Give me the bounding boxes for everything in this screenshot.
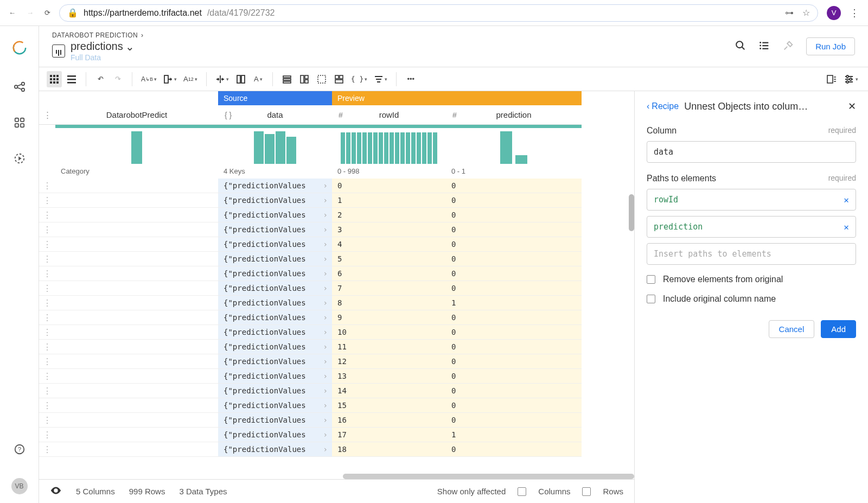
- cell-rowid[interactable]: 13: [332, 369, 446, 384]
- row-gutter[interactable]: ⋮: [39, 442, 55, 457]
- cell-rowid[interactable]: 6: [332, 266, 446, 281]
- cancel-button[interactable]: Cancel: [769, 320, 815, 338]
- cell-rowid[interactable]: 2: [332, 208, 446, 222]
- row-gutter[interactable]: ⋮: [39, 369, 55, 384]
- row-gutter[interactable]: ⋮: [39, 428, 55, 442]
- cell-prediction[interactable]: 0: [446, 179, 582, 193]
- group2-button[interactable]: [297, 71, 312, 87]
- back-icon[interactable]: ←: [9, 9, 16, 17]
- cell-data[interactable]: {"predictionValues›: [218, 413, 332, 428]
- row-gutter[interactable]: ⋮: [39, 208, 55, 222]
- redo-button[interactable]: ↷: [110, 71, 125, 87]
- vertical-scrollbar[interactable]: [629, 194, 634, 231]
- cell-rowid[interactable]: 4: [332, 237, 446, 252]
- cell-rowid[interactable]: 3: [332, 222, 446, 237]
- col-header-data[interactable]: { }data: [218, 105, 332, 125]
- group4-button[interactable]: [331, 71, 347, 87]
- path-tag-prediction[interactable]: prediction✕: [647, 216, 856, 238]
- cell-datarobotpredict[interactable]: [55, 325, 218, 340]
- table-row[interactable]: ⋮{"predictionValues›50: [39, 252, 634, 266]
- cell-datarobotpredict[interactable]: [55, 208, 218, 222]
- col-header-datarobotpredict[interactable]: DatarobotPredict: [55, 105, 218, 125]
- row-gutter[interactable]: ⋮: [39, 193, 55, 208]
- extract-button[interactable]: [233, 71, 248, 87]
- cell-rowid[interactable]: 0: [332, 179, 446, 193]
- include-original-checkbox[interactable]: [647, 295, 655, 303]
- path-tag-rowid[interactable]: rowId✕: [647, 189, 856, 211]
- table-row[interactable]: ⋮{"predictionValues›130: [39, 369, 634, 384]
- cell-prediction[interactable]: 0: [446, 369, 582, 384]
- row-gutter[interactable]: ⋮: [39, 296, 55, 310]
- cell-data[interactable]: {"predictionValues›: [218, 369, 332, 384]
- cell-data[interactable]: {"predictionValues›: [218, 442, 332, 457]
- app-logo-icon[interactable]: [11, 39, 28, 58]
- cell-rowid[interactable]: 8: [332, 296, 446, 310]
- recipe-back-button[interactable]: ‹Recipe: [647, 101, 679, 111]
- filter-button[interactable]: ▾: [372, 71, 390, 87]
- table-row[interactable]: ⋮{"predictionValues›110: [39, 340, 634, 354]
- table-row[interactable]: ⋮{"predictionValues›10: [39, 193, 634, 208]
- cell-rowid[interactable]: 7: [332, 281, 446, 296]
- cell-data[interactable]: {"predictionValues›: [218, 325, 332, 340]
- cell-data[interactable]: {"predictionValues›: [218, 428, 332, 442]
- cell-rowid[interactable]: 17: [332, 428, 446, 442]
- cell-prediction[interactable]: 0: [446, 354, 582, 369]
- group1-button[interactable]: [279, 71, 295, 87]
- cell-datarobotpredict[interactable]: [55, 428, 218, 442]
- cell-prediction[interactable]: 0: [446, 413, 582, 428]
- table-row[interactable]: ⋮{"predictionValues›160: [39, 413, 634, 428]
- affected-columns-checkbox[interactable]: [518, 487, 526, 496]
- cell-prediction[interactable]: 0: [446, 325, 582, 340]
- close-icon[interactable]: ✕: [848, 100, 856, 112]
- hist-datarobotpredict[interactable]: [55, 128, 218, 166]
- row-gutter[interactable]: ⋮: [39, 413, 55, 428]
- cell-datarobotpredict[interactable]: [55, 193, 218, 208]
- cell-data[interactable]: {"predictionValues›: [218, 281, 332, 296]
- cell-data[interactable]: {"predictionValues›: [218, 340, 332, 354]
- cell-rowid[interactable]: 18: [332, 442, 446, 457]
- text-button[interactable]: A▾: [251, 71, 266, 87]
- table-row[interactable]: ⋮{"predictionValues›171: [39, 428, 634, 442]
- cell-datarobotpredict[interactable]: [55, 354, 218, 369]
- cell-datarobotpredict[interactable]: [55, 413, 218, 428]
- cell-data[interactable]: {"predictionValues›: [218, 310, 332, 325]
- table-row[interactable]: ⋮{"predictionValues›180: [39, 442, 634, 457]
- cell-rowid[interactable]: 16: [332, 413, 446, 428]
- table-row[interactable]: ⋮{"predictionValues›20: [39, 208, 634, 222]
- table-row[interactable]: ⋮{"predictionValues›00: [39, 179, 634, 193]
- row-gutter[interactable]: ⋮: [39, 266, 55, 281]
- cell-rowid[interactable]: 15: [332, 398, 446, 413]
- cell-datarobotpredict[interactable]: [55, 384, 218, 398]
- table-row[interactable]: ⋮{"predictionValues›120: [39, 354, 634, 369]
- row-gutter[interactable]: ⋮: [39, 179, 55, 193]
- table-row[interactable]: ⋮{"predictionValues›150: [39, 398, 634, 413]
- cell-prediction[interactable]: 0: [446, 237, 582, 252]
- remove-elements-checkbox[interactable]: [647, 275, 655, 284]
- cell-datarobotpredict[interactable]: [55, 296, 218, 310]
- apps-icon[interactable]: [12, 116, 27, 130]
- rename-button[interactable]: A↳B▾: [139, 71, 159, 87]
- eyedropper-icon[interactable]: [782, 40, 794, 53]
- cell-prediction[interactable]: 0: [446, 193, 582, 208]
- cell-datarobotpredict[interactable]: [55, 310, 218, 325]
- cell-data[interactable]: {"predictionValues›: [218, 222, 332, 237]
- row-gutter[interactable]: ⋮: [39, 354, 55, 369]
- row-gutter[interactable]: ⋮: [39, 281, 55, 296]
- cell-rowid[interactable]: 12: [332, 354, 446, 369]
- cell-data[interactable]: {"predictionValues›: [218, 193, 332, 208]
- cell-data[interactable]: {"predictionValues›: [218, 266, 332, 281]
- add-button[interactable]: Add: [821, 320, 856, 338]
- affected-rows-checkbox[interactable]: [582, 487, 591, 496]
- cell-rowid[interactable]: 9: [332, 310, 446, 325]
- hist-data[interactable]: [218, 128, 332, 166]
- cell-datarobotpredict[interactable]: [55, 442, 218, 457]
- sample-link[interactable]: Full Data: [71, 53, 135, 62]
- cell-prediction[interactable]: 0: [446, 310, 582, 325]
- col-header-prediction[interactable]: #prediction: [446, 105, 582, 125]
- row-gutter[interactable]: ⋮: [39, 384, 55, 398]
- paths-input[interactable]: Insert paths to elements: [647, 243, 856, 265]
- cell-prediction[interactable]: 0: [446, 222, 582, 237]
- cell-datarobotpredict[interactable]: [55, 340, 218, 354]
- cell-data[interactable]: {"predictionValues›: [218, 208, 332, 222]
- row-gutter[interactable]: ⋮: [39, 398, 55, 413]
